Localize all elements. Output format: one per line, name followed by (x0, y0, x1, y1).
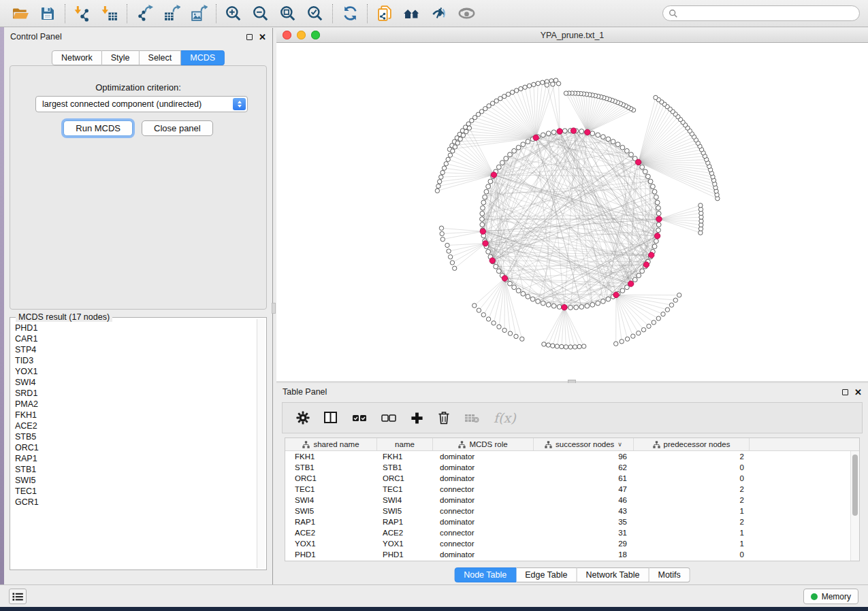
table-cell: STB1 (377, 463, 433, 472)
list-item[interactable]: CAR1 (15, 333, 255, 344)
run-mcds-button[interactable]: Run MCDS (63, 120, 133, 136)
select-all-icon[interactable] (352, 414, 367, 423)
list-item[interactable]: STP4 (15, 344, 255, 355)
table-row[interactable]: ACE2ACE2connector311 (285, 527, 850, 538)
table-cell: TEC1 (285, 485, 377, 493)
minimize-window-icon[interactable] (297, 31, 306, 39)
list-item[interactable]: GCR1 (15, 497, 255, 508)
hierarchy-icon (302, 441, 310, 448)
export-table-button[interactable] (158, 3, 185, 24)
list-item[interactable]: PMA2 (15, 399, 255, 410)
list-item[interactable]: ACE2 (15, 420, 255, 431)
table-row[interactable]: SWI4SWI4dominator462 (285, 495, 850, 506)
import-table-icon (101, 5, 118, 22)
close-panel-icon[interactable]: ✕ (854, 388, 862, 397)
network-window-titlebar[interactable]: YPA_prune.txt_1 (276, 28, 868, 43)
refresh-button[interactable] (336, 3, 364, 24)
table-row[interactable]: RAP1RAP1dominator352 (285, 516, 850, 527)
list-item[interactable]: TID3 (15, 355, 255, 366)
maximize-window-icon[interactable] (311, 31, 320, 39)
mcds-result-scrollbar[interactable] (257, 319, 265, 568)
tab-select[interactable]: Select (140, 50, 182, 65)
list-item[interactable]: STB1 (15, 464, 255, 475)
list-item[interactable]: FKH1 (15, 410, 255, 420)
float-panel-icon[interactable] (246, 34, 253, 40)
list-item[interactable]: RAP1 (15, 453, 255, 464)
list-item[interactable]: SRD1 (15, 388, 255, 399)
column-header-name[interactable]: name (377, 438, 433, 450)
tab-motifs[interactable]: Motifs (649, 567, 690, 582)
zoom-fit-icon (279, 5, 297, 22)
tab-edge-table[interactable]: Edge Table (516, 567, 577, 582)
list-item[interactable]: SWI5 (15, 475, 255, 486)
task-history-button[interactable] (9, 589, 27, 604)
save-floppy-icon (39, 5, 56, 22)
toolbar-separator (216, 4, 216, 23)
table-cell: 62 (534, 463, 634, 472)
add-column-icon[interactable] (411, 412, 423, 425)
table-row[interactable]: STB1STB1dominator620 (285, 462, 850, 473)
open-session-button[interactable] (7, 3, 34, 24)
list-item[interactable]: PHD1 (15, 323, 255, 333)
table-row[interactable]: YOX1YOX1connector291 (285, 538, 850, 549)
float-panel-icon[interactable] (842, 389, 848, 395)
duplicate-network-button[interactable] (371, 3, 398, 24)
deselect-all-icon[interactable] (381, 414, 396, 423)
table-settings-gear-icon[interactable] (296, 411, 310, 425)
zoom-fit-button[interactable] (274, 3, 302, 24)
tab-network[interactable]: Network (52, 50, 102, 65)
control-panel-header: Control Panel ✕ (4, 28, 272, 46)
search-box[interactable] (662, 5, 860, 21)
import-network-button[interactable] (69, 3, 96, 24)
tab-mcds[interactable]: MCDS (181, 50, 225, 65)
save-session-button[interactable] (34, 3, 61, 24)
list-item[interactable]: STB5 (15, 431, 255, 442)
list-item[interactable]: TEC1 (15, 486, 255, 497)
table-scrollbar[interactable] (850, 451, 859, 561)
network-canvas[interactable] (276, 43, 868, 381)
export-network-button[interactable] (131, 3, 158, 24)
hierarchy-icon (653, 441, 660, 448)
table-cell: ACE2 (285, 529, 377, 537)
table-scrollbar-thumb[interactable] (852, 455, 858, 516)
column-header-predecessor-nodes[interactable]: predecessor nodes (634, 438, 750, 450)
show-all-networks-button[interactable] (398, 3, 425, 24)
show-hide-button[interactable] (453, 3, 480, 24)
column-header-MCDS-role[interactable]: MCDS role (433, 438, 534, 450)
list-icon (12, 592, 23, 601)
show-columns-icon[interactable] (324, 412, 338, 424)
delete-column-icon[interactable] (438, 411, 450, 425)
table-row[interactable]: ORC1ORC1dominator610 (285, 473, 850, 484)
close-panel-icon[interactable]: ✕ (259, 33, 266, 42)
list-item[interactable]: SWI4 (15, 377, 255, 388)
search-input[interactable] (678, 9, 854, 18)
table-row[interactable]: FKH1FKH1dominator962 (285, 451, 850, 462)
export-image-button[interactable] (185, 3, 212, 24)
table-cell: SWI4 (377, 496, 433, 504)
table-cell: SWI4 (285, 496, 377, 504)
tab-network-table[interactable]: Network Table (577, 567, 649, 582)
tab-node-table[interactable]: Node Table (454, 567, 516, 582)
table-cell: YOX1 (285, 540, 377, 548)
close-window-icon[interactable] (283, 31, 291, 39)
column-header-successor-nodes[interactable]: successor nodes∨ (534, 438, 634, 450)
table-row[interactable]: SWI5SWI5connector431 (285, 506, 850, 516)
table-cell: dominator (433, 452, 534, 461)
optimization-criterion-select[interactable]: largest connected component (undirected) (35, 96, 248, 112)
column-header-shared-name[interactable]: shared name (285, 438, 377, 450)
mcds-result-list[interactable]: PHD1CAR1STP4TID3YOX1SWI4SRD1PMA2FKH1ACE2… (12, 320, 255, 568)
table-row[interactable]: PHD1PHD1dominator180 (285, 549, 850, 560)
zoom-selected-button[interactable] (302, 3, 329, 24)
zoom-in-button[interactable] (220, 3, 247, 24)
panel-divider-grip[interactable] (272, 303, 276, 314)
memory-button[interactable]: Memory (803, 589, 858, 604)
table-row[interactable]: TEC1TEC1connector472 (285, 484, 850, 495)
table-cell: 1 (634, 507, 750, 515)
import-table-button[interactable] (96, 3, 123, 24)
tab-style[interactable]: Style (102, 50, 140, 65)
zoom-out-button[interactable] (247, 3, 274, 24)
list-item[interactable]: YOX1 (15, 366, 255, 377)
close-panel-button[interactable]: Close panel (142, 120, 213, 136)
hide-panel-button[interactable] (425, 3, 453, 24)
list-item[interactable]: ORC1 (15, 442, 255, 453)
